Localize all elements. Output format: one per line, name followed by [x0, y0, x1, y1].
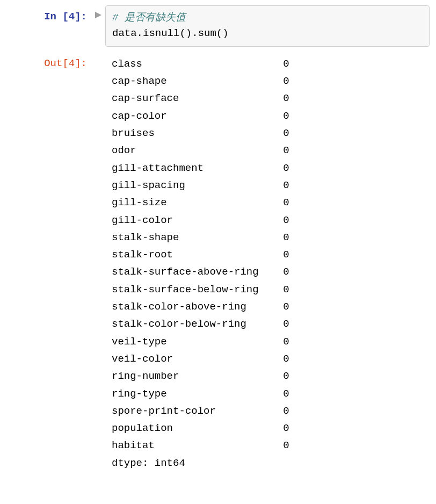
code-comment: # 是否有缺失值	[112, 12, 186, 24]
in-prompt: In [4]:	[6, 5, 91, 26]
out-prompt: Out[4]:	[6, 52, 91, 73]
output-text: class 0 cap-shape 0 cap-surface 0 cap-co…	[105, 52, 430, 475]
code-line: data.isnull().sum()	[112, 27, 229, 39]
notebook: In [4]: # 是否有缺失值 data.isnull().sum() Out…	[0, 0, 436, 480]
output-cell: Out[4]: class 0 cap-shape 0 cap-surface …	[6, 52, 430, 475]
svg-marker-0	[95, 12, 101, 18]
input-cell: In [4]: # 是否有缺失值 data.isnull().sum()	[6, 5, 430, 47]
spacer	[91, 52, 105, 59]
code-input[interactable]: # 是否有缺失值 data.isnull().sum()	[105, 5, 430, 47]
play-icon	[95, 12, 101, 18]
run-cell-button[interactable]	[91, 5, 105, 18]
